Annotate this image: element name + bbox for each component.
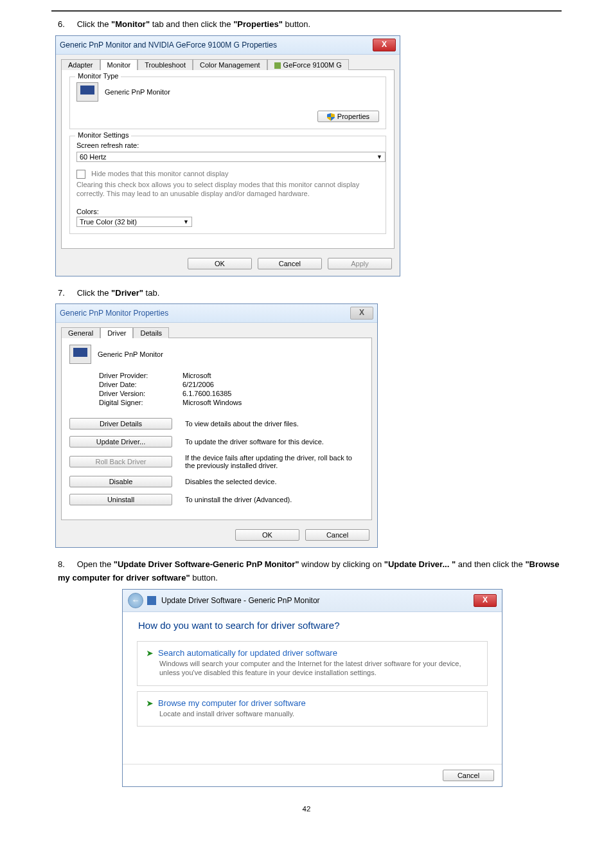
roll-back-driver-desc: If the device fails after updating the d… [185,454,364,469]
close-icon[interactable]: X [350,307,373,320]
disable-button[interactable]: Disable [69,476,172,487]
dialog-titlebar: Generic PnP Monitor and NVIDIA GeForce 9… [56,36,400,55]
cancel-button[interactable]: Cancel [305,529,369,541]
option-2-subtitle: Locate and install driver software manua… [159,709,478,718]
shield-icon [327,113,335,120]
monitor-type-group: Monitor Type Generic PnP Monitor Propert… [69,77,386,129]
apply-button: Apply [328,258,392,269]
hide-modes-description: Clearing this check box allows you to se… [76,180,379,199]
option-browse-computer[interactable]: ➤Browse my computer for driver software … [137,691,488,727]
monitor-settings-group: Monitor Settings Screen refresh rate: 60… [69,136,386,234]
wizard-title: Update Driver Software - Generic PnP Mon… [161,596,320,605]
page-number: 42 [51,805,562,813]
hide-modes-checkbox[interactable] [76,170,85,179]
option-search-automatically[interactable]: ➤Search automatically for updated driver… [137,641,488,686]
update-driver-wizard: ← Update Driver Software - Generic PnP M… [122,589,502,787]
monitor-icon [69,345,91,364]
digital-signer-value: Microsoft Windows [182,399,242,406]
close-icon[interactable]: X [373,39,396,51]
option-1-title: Search automatically for updated driver … [158,648,337,658]
step-6-text: 6. Click the "Monitor" tab and then clic… [58,18,562,32]
tab-troubleshoot[interactable]: Troubleshoot [138,59,193,70]
cancel-button[interactable]: Cancel [258,258,322,269]
back-icon[interactable]: ← [128,593,143,608]
disable-desc: Disables the selected device. [185,478,364,485]
driver-date-value: 6/21/2006 [182,381,214,388]
uninstall-button[interactable]: Uninstall [69,494,172,505]
tab-gpu[interactable]: GeForce 9100M G [267,59,349,70]
device-name: Generic PnP Monitor [98,350,163,358]
close-icon[interactable]: X [474,594,497,607]
driver-version-value: 6.1.7600.16385 [182,390,231,397]
ok-button[interactable]: OK [188,258,252,269]
refresh-rate-select[interactable]: 60 Hertz▼ [76,152,386,162]
driver-details-desc: To view details about the driver files. [185,420,364,428]
roll-back-driver-button: Roll Back Driver [69,456,172,467]
tab-strip: Adapter Monitor Troubleshoot Color Manag… [56,55,400,69]
tab-driver[interactable]: Driver [100,327,133,338]
uninstall-desc: To uninstall the driver (Advanced). [185,496,364,503]
driver-version-label: Driver Version: [99,390,182,397]
step-7-text: 7. Click the "Driver" tab. [58,287,562,300]
digital-signer-label: Digital Signer: [99,399,182,406]
dialog-title: Generic PnP Monitor and NVIDIA GeForce 9… [60,41,277,50]
properties-button[interactable]: Properties [317,111,379,122]
tab-color-management[interactable]: Color Management [193,59,267,70]
driver-properties-dialog: Generic PnP Monitor Properties X General… [55,303,378,548]
colors-select[interactable]: True Color (32 bit)▼ [76,217,192,227]
option-2-title: Browse my computer for driver software [158,698,306,708]
tab-general[interactable]: General [61,327,100,338]
step-8-text: 8. Open the "Update Driver Software-Gene… [58,558,562,585]
chevron-down-icon: ▼ [377,154,382,160]
dialog-title: Generic PnP Monitor Properties [60,309,168,318]
driver-provider-value: Microsoft [182,372,211,379]
monitor-type-legend: Monitor Type [75,72,121,80]
tab-details[interactable]: Details [133,327,169,338]
tab-monitor[interactable]: Monitor [100,59,138,70]
update-driver-desc: To update the driver software for this d… [185,438,364,446]
chevron-down-icon: ▼ [183,219,189,225]
arrow-right-icon: ➤ [147,699,153,708]
page-top-rule [51,10,562,12]
monitor-icon [76,82,98,102]
monitor-name: Generic PnP Monitor [105,88,170,96]
driver-details-button[interactable]: Driver Details [69,418,172,429]
nvidia-icon [274,62,281,69]
cancel-button[interactable]: Cancel [443,770,494,781]
driver-provider-label: Driver Provider: [99,372,182,379]
colors-label: Colors: [76,208,379,215]
ok-button[interactable]: OK [235,529,299,541]
app-icon [147,596,156,605]
driver-date-label: Driver Date: [99,381,182,388]
option-1-subtitle: Windows will search your computer and th… [159,659,478,678]
hide-modes-label: Hide modes that this monitor cannot disp… [91,170,228,177]
arrow-right-icon: ➤ [147,649,153,658]
refresh-rate-label: Screen refresh rate: [76,141,379,149]
monitor-properties-dialog: Generic PnP Monitor and NVIDIA GeForce 9… [55,35,400,276]
monitor-settings-legend: Monitor Settings [75,131,131,139]
wizard-heading: How do you want to search for driver sof… [138,620,488,631]
wizard-titlebar: ← Update Driver Software - Generic PnP M… [123,590,502,612]
dialog-titlebar: Generic PnP Monitor Properties X [56,304,377,323]
tab-adapter[interactable]: Adapter [61,59,100,70]
update-driver-button[interactable]: Update Driver... [69,436,172,448]
